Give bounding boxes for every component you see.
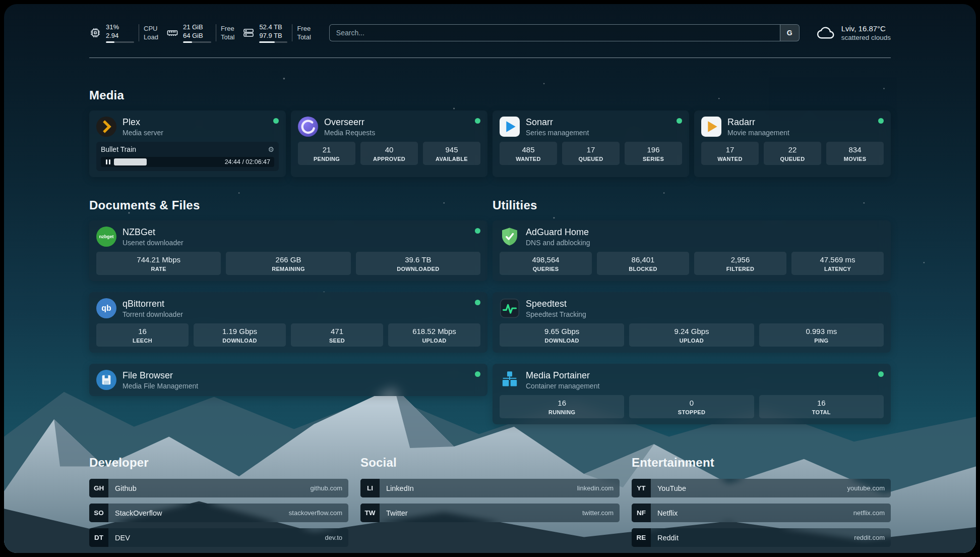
bookmark-twitter[interactable]: TW Twitter twitter.com	[360, 504, 620, 522]
bookmark-name: StackOverflow	[115, 509, 162, 517]
stat-value: 744.21 Mbps	[98, 255, 219, 264]
stat-label: LEECH	[98, 338, 187, 344]
service-card-plex[interactable]: Plex Media server Bullet Train ⚙	[89, 110, 286, 177]
service-name: AdGuard Home	[526, 227, 590, 238]
settings-gear-icon[interactable]: ⚙	[268, 145, 274, 153]
search-bar[interactable]: G	[329, 24, 800, 41]
service-name: File Browser	[122, 370, 198, 381]
bookmark-name: Netflix	[657, 509, 678, 517]
stat-box: 17 QUEUED	[562, 142, 620, 165]
bookmark-github[interactable]: GH Github github.com	[89, 479, 348, 497]
cpu-usage-value: 31%	[106, 23, 134, 31]
service-card-qbittorrent[interactable]: qb qBittorrent Torrent downloader 16 LEE…	[89, 292, 487, 353]
plex-icon	[96, 117, 116, 137]
stat-label: STOPPED	[631, 409, 752, 415]
stat-label: LATENCY	[793, 266, 882, 272]
bookmark-url: youtube.com	[847, 484, 885, 492]
stat-box: 0.993 ms PING	[759, 323, 884, 347]
search-engine-button[interactable]: G	[780, 25, 799, 41]
service-card-overseerr[interactable]: Overseerr Media Requests 21 PENDING 40 A…	[291, 110, 487, 177]
bookmark-stackoverflow[interactable]: SO StackOverflow stackoverflow.com	[89, 504, 348, 522]
stat-value: 1.19 Gbps	[196, 327, 284, 336]
bookmark-name: LinkedIn	[386, 484, 414, 492]
stat-box: 47.569 ms LATENCY	[791, 252, 884, 275]
stat-box: 16 RUNNING	[500, 395, 624, 418]
service-card-radarr[interactable]: Radarr Movie management 17 WANTED 22 QUE…	[694, 110, 891, 177]
service-subtitle: Media Requests	[324, 129, 375, 137]
stat-label: BLOCKED	[599, 266, 687, 272]
bookmark-url: linkedin.com	[577, 484, 614, 492]
stat-value: 0	[631, 399, 752, 407]
stat-label: QUEUED	[564, 156, 618, 162]
stat-box: 266 GB REMAINING	[226, 252, 350, 275]
stat-value: 17	[703, 145, 757, 154]
stat-label: APPROVED	[362, 156, 416, 162]
disk-total-value: 97.9 TB	[259, 31, 287, 40]
stat-value: 834	[828, 145, 882, 154]
playback-progress-bar[interactable]: 24:44 / 02:06:47	[101, 157, 274, 167]
bookmark-netflix[interactable]: NF Netflix netflix.com	[632, 504, 891, 522]
stat-box: 618.52 Mbps UPLOAD	[388, 323, 480, 347]
disk-icon	[242, 27, 255, 39]
stat-value: 471	[293, 327, 381, 336]
youtube-icon: YT	[632, 479, 651, 497]
service-name: Sonarr	[526, 117, 589, 128]
memory-total-value: 64 GiB	[183, 31, 211, 40]
service-name: Overseerr	[324, 117, 375, 128]
section-title-media: Media	[89, 88, 891, 102]
memory-icon	[166, 27, 178, 39]
service-name: Plex	[122, 117, 163, 128]
service-card-filebrowser[interactable]: File Browser Media File Management	[89, 364, 487, 396]
stat-box: 196 SERIES	[625, 142, 682, 165]
radarr-icon	[701, 117, 721, 137]
linkedin-icon: LI	[360, 479, 380, 497]
stat-value: 2,956	[696, 255, 784, 264]
disk-label-bottom: Total	[297, 33, 311, 41]
status-online-dot	[878, 118, 884, 124]
service-card-speedtest[interactable]: Speedtest Speedtest Tracking 9.65 Gbps D…	[493, 292, 891, 353]
playback-time: 24:44 / 02:06:47	[225, 158, 270, 165]
bookmark-group-developer: Developer GH Github github.com SO StackO…	[89, 456, 348, 553]
service-card-sonarr[interactable]: Sonarr Series management 485 WANTED 17 Q…	[493, 110, 689, 177]
stat-value: 498,564	[502, 255, 590, 264]
section-title-entertainment: Entertainment	[632, 456, 891, 470]
service-subtitle: Container management	[526, 382, 599, 390]
bookmark-linkedin[interactable]: LI LinkedIn linkedin.com	[360, 479, 620, 497]
portainer-icon	[500, 370, 520, 390]
service-card-adguard[interactable]: AdGuard Home DNS and adblocking 498,564 …	[493, 220, 891, 281]
service-card-portainer[interactable]: Media Portainer Container management 16 …	[493, 364, 891, 424]
stat-value: 16	[761, 399, 882, 407]
stat-label: SEED	[293, 338, 381, 344]
memory-label-bottom: Total	[221, 33, 234, 41]
stat-value: 40	[362, 145, 416, 154]
service-subtitle: DNS and adblocking	[526, 239, 590, 247]
stat-value: 21	[300, 145, 353, 154]
stat-label: QUERIES	[502, 266, 590, 272]
stat-value: 9.65 Gbps	[502, 327, 622, 336]
pause-button[interactable]	[103, 158, 112, 165]
bookmark-dev[interactable]: DT DEV dev.to	[89, 528, 348, 547]
status-online-dot	[475, 300, 480, 305]
qbittorrent-icon: qb	[96, 298, 116, 318]
now-playing-title: Bullet Train	[101, 145, 136, 153]
stat-label: SERIES	[627, 156, 680, 162]
service-subtitle: Usenet downloader	[122, 239, 183, 247]
bookmark-youtube[interactable]: YT YouTube youtube.com	[632, 479, 891, 497]
section-title-documents: Documents & Files	[89, 198, 487, 212]
service-subtitle: Media server	[122, 129, 163, 137]
service-name: Radarr	[727, 117, 789, 128]
search-input[interactable]	[330, 25, 780, 41]
stat-label: RUNNING	[502, 409, 622, 415]
github-icon: GH	[89, 479, 108, 497]
service-card-nzbget[interactable]: nzbget NZBGet Usenet downloader 744.21 M…	[89, 220, 487, 281]
stat-box: 16 LEECH	[96, 323, 189, 347]
section-title-utilities: Utilities	[493, 198, 891, 212]
stat-box: 21 PENDING	[298, 142, 355, 165]
bookmark-reddit[interactable]: RE Reddit reddit.com	[632, 528, 891, 547]
weather-location-temp: Lviv, 16.87°C	[841, 24, 891, 33]
status-online-dot	[273, 118, 279, 124]
speedtest-icon	[500, 298, 520, 318]
status-online-dot	[475, 118, 480, 124]
stat-value: 9.24 Gbps	[631, 327, 752, 336]
stat-box: 485 WANTED	[500, 142, 557, 165]
